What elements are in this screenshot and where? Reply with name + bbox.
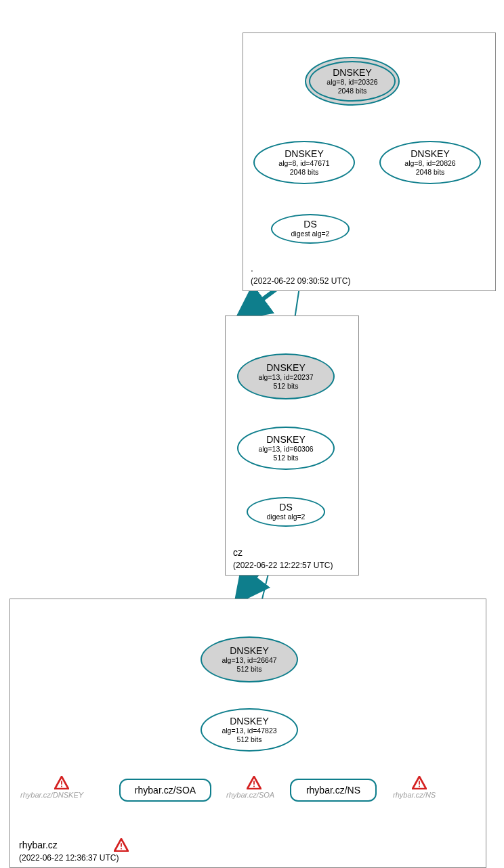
zone-rhybar-name: rhybar.cz bbox=[19, 840, 58, 850]
svg-rect-5 bbox=[419, 786, 420, 787]
node-rhybar-zsk: DNSKEY alg=13, id=47823 512 bits bbox=[201, 708, 298, 752]
zone-rhybar-timestamp: (2022-06-22 12:36:37 UTC) bbox=[19, 853, 119, 863]
svg-rect-0 bbox=[61, 781, 62, 784]
node-cz-zsk: DNSKEY alg=13, id=60306 512 bits bbox=[237, 427, 335, 470]
ghost-soa: rhybar.cz/SOA bbox=[226, 791, 274, 799]
zone-root-name: . bbox=[251, 263, 253, 274]
node-root-ksk: DNSKEY alg=8, id=20326 2048 bits bbox=[305, 57, 400, 106]
node-line2: 512 bits bbox=[274, 382, 299, 391]
warning-icon bbox=[412, 776, 427, 789]
node-title: DNSKEY bbox=[411, 149, 450, 159]
node-line2: 2048 bits bbox=[338, 87, 367, 95]
node-title: DNSKEY bbox=[285, 149, 324, 159]
node-line1: alg=13, id=47823 bbox=[222, 726, 276, 735]
node-title: DS bbox=[303, 219, 316, 230]
zone-cz-timestamp: (2022-06-22 12:22:57 UTC) bbox=[233, 561, 333, 570]
svg-rect-1 bbox=[61, 786, 62, 787]
ghost-ns: rhybar.cz/NS bbox=[393, 791, 436, 799]
node-line1: alg=8, id=20826 bbox=[404, 159, 455, 168]
warning-icon bbox=[114, 838, 129, 852]
svg-rect-4 bbox=[419, 781, 420, 784]
node-cz-ksk: DNSKEY alg=13, id=20237 512 bits bbox=[237, 353, 335, 399]
node-title: DNSKEY bbox=[266, 363, 306, 373]
rr-soa-label: rhybar.cz/SOA bbox=[135, 785, 196, 796]
node-title: DS bbox=[279, 502, 292, 513]
node-root-zsk1: DNSKEY alg=8, id=47671 2048 bits bbox=[253, 141, 355, 184]
node-line1: alg=13, id=26647 bbox=[222, 656, 276, 665]
node-rhybar-ksk: DNSKEY alg=13, id=26647 512 bits bbox=[201, 636, 298, 682]
node-root-ds: DS digest alg=2 bbox=[271, 214, 350, 244]
node-title: DNSKEY bbox=[230, 716, 269, 726]
node-line2: 512 bits bbox=[274, 454, 299, 462]
node-title: DNSKEY bbox=[266, 435, 306, 445]
ghost-dnskey: rhybar.cz/DNSKEY bbox=[20, 791, 83, 799]
svg-rect-3 bbox=[253, 786, 255, 787]
node-line2: 512 bits bbox=[237, 665, 262, 674]
node-line1: digest alg=2 bbox=[267, 513, 306, 521]
node-line1: digest alg=2 bbox=[291, 230, 330, 238]
warning-icon bbox=[247, 776, 261, 789]
node-line2: 2048 bits bbox=[416, 168, 445, 177]
warning-icon bbox=[54, 776, 69, 789]
node-line2: 512 bits bbox=[237, 735, 262, 744]
svg-rect-2 bbox=[253, 781, 255, 784]
svg-rect-7 bbox=[121, 848, 122, 850]
node-root-zsk2: DNSKEY alg=8, id=20826 2048 bits bbox=[379, 141, 481, 184]
node-line1: alg=13, id=20237 bbox=[258, 373, 313, 382]
node-line1: alg=13, id=60306 bbox=[258, 445, 313, 454]
zone-cz-name: cz bbox=[233, 547, 243, 558]
node-line1: alg=8, id=20326 bbox=[327, 78, 377, 87]
node-cz-ds: DS digest alg=2 bbox=[247, 497, 325, 527]
svg-rect-6 bbox=[121, 843, 122, 846]
rr-ns: rhybar.cz/NS bbox=[290, 779, 377, 802]
node-title: DNSKEY bbox=[333, 68, 372, 78]
rr-soa: rhybar.cz/SOA bbox=[119, 779, 211, 802]
node-title: DNSKEY bbox=[230, 646, 269, 656]
node-line1: alg=8, id=47671 bbox=[278, 159, 329, 168]
rr-ns-label: rhybar.cz/NS bbox=[306, 785, 360, 796]
node-line2: 2048 bits bbox=[290, 168, 319, 177]
zone-root-timestamp: (2022-06-22 09:30:52 UTC) bbox=[251, 276, 350, 286]
